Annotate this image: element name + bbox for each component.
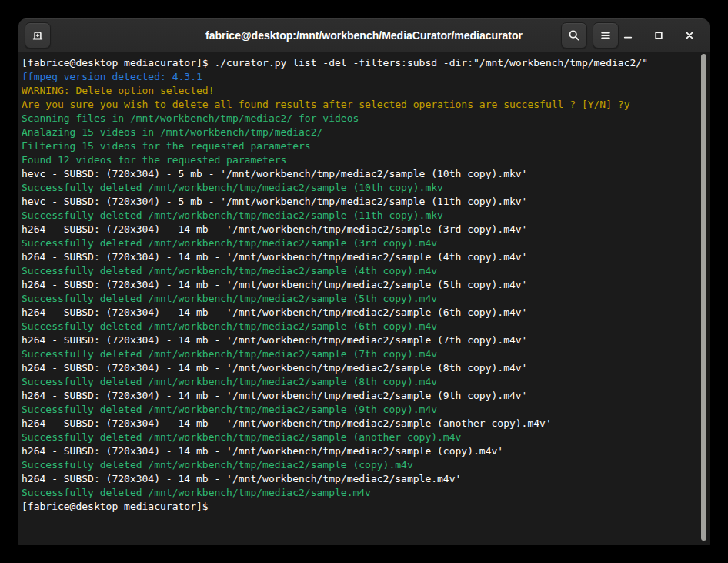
close-icon bbox=[683, 29, 696, 42]
terminal-window: fabrice@desktop:/mnt/workbench/MediaCura… bbox=[18, 18, 710, 545]
titlebar[interactable]: fabrice@desktop:/mnt/workbench/MediaCura… bbox=[18, 18, 710, 52]
close-button[interactable] bbox=[680, 26, 699, 45]
terminal-line: h264 - SUBSD: (720x304) - 14 mb - '/mnt/… bbox=[22, 306, 697, 320]
terminal-line: [fabrice@desktop mediacurator]$ bbox=[22, 500, 697, 514]
maximize-button[interactable] bbox=[650, 26, 668, 45]
terminal-line: h264 - SUBSD: (720x304) - 14 mb - '/mnt/… bbox=[22, 361, 697, 375]
search-button[interactable] bbox=[561, 22, 587, 49]
minimize-button[interactable] bbox=[619, 26, 637, 45]
terminal-output[interactable]: [fabrice@desktop mediacurator]$ ./curato… bbox=[18, 52, 710, 545]
terminal-line: Successfully deleted /mnt/workbench/tmp/… bbox=[22, 403, 697, 417]
terminal-line: Successfully deleted /mnt/workbench/tmp/… bbox=[22, 236, 697, 250]
terminal-line: Successfully deleted /mnt/workbench/tmp/… bbox=[22, 347, 697, 361]
desktop-background: { "window": { "title": "fabrice@desktop:… bbox=[0, 0, 728, 563]
terminal-line: Successfully deleted /mnt/workbench/tmp/… bbox=[22, 292, 697, 306]
terminal-line: h264 - SUBSD: (720x304) - 14 mb - '/mnt/… bbox=[22, 333, 697, 347]
terminal-line: Found 12 videos for the requested parame… bbox=[22, 153, 697, 167]
terminal-line: h264 - SUBSD: (720x304) - 14 mb - '/mnt/… bbox=[22, 472, 697, 486]
terminal-line: WARNING: Delete option selected! bbox=[22, 84, 697, 98]
titlebar-right-controls bbox=[561, 22, 699, 49]
terminal-line: h264 - SUBSD: (720x304) - 14 mb - '/mnt/… bbox=[22, 250, 697, 264]
terminal-line: Scanning files in /mnt/workbench/tmp/med… bbox=[22, 112, 697, 126]
new-tab-icon bbox=[32, 29, 44, 42]
terminal-line: h264 - SUBSD: (720x304) - 14 mb - '/mnt/… bbox=[22, 444, 697, 458]
terminal-line: Successfully deleted /mnt/workbench/tmp/… bbox=[22, 320, 697, 333]
terminal-line: Successfully deleted /mnt/workbench/tmp/… bbox=[22, 458, 697, 472]
terminal-line: h264 - SUBSD: (720x304) - 14 mb - '/mnt/… bbox=[22, 223, 697, 236]
menu-icon bbox=[599, 29, 612, 42]
menu-button[interactable] bbox=[593, 22, 619, 49]
terminal-line: Analazing 15 videos in /mnt/workbench/tm… bbox=[22, 126, 697, 139]
terminal-line: h264 - SUBSD: (720x304) - 14 mb - '/mnt/… bbox=[22, 389, 697, 403]
terminal-line: Successfully deleted /mnt/workbench/tmp/… bbox=[22, 209, 697, 223]
search-icon bbox=[568, 29, 580, 42]
terminal-line: Successfully deleted /mnt/workbench/tmp/… bbox=[22, 181, 697, 195]
terminal-line: hevc - SUBSD: (720x304) - 5 mb - '/mnt/w… bbox=[22, 167, 697, 181]
terminal-line: hevc - SUBSD: (720x304) - 5 mb - '/mnt/w… bbox=[22, 195, 697, 209]
scrollbar[interactable] bbox=[700, 52, 710, 545]
terminal-line: Are you sure you wish to delete all foun… bbox=[22, 98, 697, 112]
minimize-icon bbox=[622, 29, 634, 42]
terminal-line: Successfully deleted /mnt/workbench/tmp/… bbox=[22, 264, 697, 278]
terminal-line: h264 - SUBSD: (720x304) - 14 mb - '/mnt/… bbox=[22, 278, 697, 292]
maximize-icon bbox=[653, 29, 665, 42]
terminal-line: Successfully deleted /mnt/workbench/tmp/… bbox=[22, 431, 697, 444]
terminal-line: ffmpeg version detected: 4.3.1 bbox=[22, 70, 697, 84]
new-tab-button[interactable] bbox=[25, 22, 51, 49]
terminal-lines: [fabrice@desktop mediacurator]$ ./curato… bbox=[18, 52, 710, 514]
scrollbar-thumb[interactable] bbox=[701, 54, 706, 541]
terminal-line: Successfully deleted /mnt/workbench/tmp/… bbox=[22, 486, 697, 500]
terminal-line: h264 - SUBSD: (720x304) - 14 mb - '/mnt/… bbox=[22, 417, 697, 431]
terminal-line: [fabrice@desktop mediacurator]$ ./curato… bbox=[22, 56, 697, 70]
terminal-line: Successfully deleted /mnt/workbench/tmp/… bbox=[22, 375, 697, 389]
terminal-line: Filtering 15 videos for the requested pa… bbox=[22, 139, 697, 153]
